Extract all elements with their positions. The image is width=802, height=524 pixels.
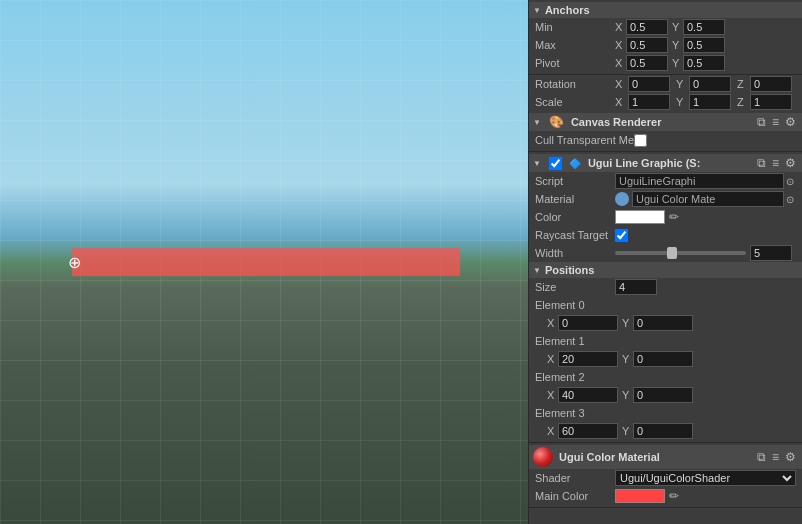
width-row: Width xyxy=(529,244,802,262)
element1-x[interactable] xyxy=(558,351,618,367)
color-picker-icon[interactable]: ✏ xyxy=(667,210,681,224)
e1-x-label: X xyxy=(547,353,557,365)
e3-x-label: X xyxy=(547,425,557,437)
rotation-x[interactable] xyxy=(628,76,670,92)
element1-y[interactable] xyxy=(633,351,693,367)
material-value: Ugui Color Mate xyxy=(636,193,715,205)
element3-y[interactable] xyxy=(633,423,693,439)
size-value[interactable] xyxy=(615,279,657,295)
viewport: ⊕ xyxy=(0,0,528,524)
raycast-checkbox[interactable] xyxy=(615,229,628,242)
material-row: Material Ugui Color Mate ⊙ xyxy=(529,190,802,208)
canvas-renderer-header[interactable]: ▼ 🎨 Canvas Renderer ⧉ ≡ ⚙ xyxy=(529,113,802,131)
anchors-pivot-y[interactable] xyxy=(683,55,725,71)
scale-row: Scale X Y Z xyxy=(529,93,802,111)
element0-x[interactable] xyxy=(558,315,618,331)
scale-x-label: X xyxy=(615,96,625,108)
width-slider-thumb xyxy=(667,247,677,259)
anchors-pivot-row: Pivot X Y xyxy=(529,54,802,72)
ugui-line-gear-icon[interactable]: ⚙ xyxy=(783,156,798,170)
shader-select[interactable]: Ugui/UguiColorShader xyxy=(615,470,796,486)
scale-x[interactable] xyxy=(628,94,670,110)
element1-label-row: Element 1 xyxy=(529,332,802,350)
main-color-swatch[interactable] xyxy=(615,489,665,503)
element0-label: Element 0 xyxy=(535,299,615,311)
ugui-line-copy-icon[interactable]: ⧉ xyxy=(755,156,768,170)
shader-label: Shader xyxy=(535,472,615,484)
element2-y[interactable] xyxy=(633,387,693,403)
ugui-line-icon: 🔷 xyxy=(569,158,581,169)
script-select-icon[interactable]: ⊙ xyxy=(784,176,796,187)
anchors-min-y[interactable] xyxy=(683,19,725,35)
material-field: Ugui Color Mate xyxy=(632,191,784,207)
main-color-picker-icon[interactable]: ✏ xyxy=(667,489,681,503)
raycast-row: Raycast Target xyxy=(529,226,802,244)
ugui-line-header[interactable]: ▼ 🔷 Ugui Line Graphic (S: ⧉ ≡ ⚙ xyxy=(529,154,802,172)
material-copy-icon[interactable]: ⧉ xyxy=(755,450,768,464)
pivot-x-label: X xyxy=(615,57,625,69)
anchors-max-row: Max X Y xyxy=(529,36,802,54)
anchors-min-row: Min X Y xyxy=(529,18,802,36)
scale-z[interactable] xyxy=(750,94,792,110)
anchors-title: Anchors xyxy=(545,4,590,16)
canvas-renderer-settings-icon[interactable]: ⧉ xyxy=(755,115,768,129)
anchors-pivot-x[interactable] xyxy=(626,55,668,71)
cull-transparent-checkbox[interactable] xyxy=(634,134,647,147)
color-row: Color ✏ xyxy=(529,208,802,226)
anchors-max-y[interactable] xyxy=(683,37,725,53)
anchors-max-label: Max xyxy=(535,39,615,51)
ugui-color-material-section: Ugui Color Material ⧉ ≡ ⚙ Shader Ugui/Ug… xyxy=(529,443,802,508)
material-select-icon[interactable]: ⊙ xyxy=(784,194,796,205)
scale-y[interactable] xyxy=(689,94,731,110)
material-menu-icon[interactable]: ≡ xyxy=(770,450,781,464)
positions-header[interactable]: ▼ Positions xyxy=(529,262,802,278)
canvas-renderer-triangle: ▼ xyxy=(533,118,541,127)
max-y-label: Y xyxy=(672,39,682,51)
element2-row: X Y xyxy=(529,386,802,404)
color-swatch[interactable] xyxy=(615,210,665,224)
script-row: Script UguiLineGraphi ⊙ xyxy=(529,172,802,190)
color-label: Color xyxy=(535,211,615,223)
element0-row: X Y xyxy=(529,314,802,332)
material-header-icons: ⧉ ≡ ⚙ xyxy=(755,450,798,464)
element3-row: X Y xyxy=(529,422,802,440)
rotation-xyz: X Y Z xyxy=(615,76,796,92)
rotation-z[interactable] xyxy=(750,76,792,92)
material-gear-icon[interactable]: ⚙ xyxy=(783,450,798,464)
element0-y[interactable] xyxy=(633,315,693,331)
anchors-pivot-label: Pivot xyxy=(535,57,615,69)
width-slider[interactable] xyxy=(615,251,746,255)
anchors-max-x[interactable] xyxy=(626,37,668,53)
element2-x[interactable] xyxy=(558,387,618,403)
canvas-renderer-title: Canvas Renderer xyxy=(571,116,662,128)
ugui-line-enabled-checkbox[interactable] xyxy=(549,157,562,170)
size-row: Size xyxy=(529,278,802,296)
ugui-line-triangle: ▼ xyxy=(533,159,541,168)
ugui-line-icons: ⧉ ≡ ⚙ xyxy=(755,156,798,170)
element3-x[interactable] xyxy=(558,423,618,439)
ugui-line-menu-icon[interactable]: ≡ xyxy=(770,156,781,170)
ugui-material-header[interactable]: Ugui Color Material ⧉ ≡ ⚙ xyxy=(529,445,802,469)
material-ball-icon xyxy=(615,192,629,206)
move-icon: ⊕ xyxy=(60,248,88,276)
element1-label: Element 1 xyxy=(535,335,615,347)
anchors-min-x[interactable] xyxy=(626,19,668,35)
width-value[interactable] xyxy=(750,245,792,261)
cull-transparent-label: Cull Transparent Me xyxy=(535,134,634,146)
e0-x-label: X xyxy=(547,317,557,329)
rotation-y[interactable] xyxy=(689,76,731,92)
inspector-panel: ▼ Anchors Min X Y Max X Y Pivot X xyxy=(528,0,802,524)
canvas-renderer-menu-icon[interactable]: ≡ xyxy=(770,115,781,129)
e2-x-label: X xyxy=(547,389,557,401)
anchors-header[interactable]: ▼ Anchors xyxy=(529,2,802,18)
main-color-label: Main Color xyxy=(535,490,615,502)
material-sphere-icon xyxy=(533,447,553,467)
rotation-label: Rotation xyxy=(535,78,615,90)
canvas-renderer-icons: ⧉ ≡ ⚙ xyxy=(755,115,798,129)
size-label: Size xyxy=(535,281,615,293)
e1-y-label: Y xyxy=(622,353,632,365)
element3-label-row: Element 3 xyxy=(529,404,802,422)
anchors-min-fields: X Y xyxy=(615,19,796,35)
script-field: UguiLineGraphi xyxy=(615,173,784,189)
canvas-renderer-gear-icon[interactable]: ⚙ xyxy=(783,115,798,129)
